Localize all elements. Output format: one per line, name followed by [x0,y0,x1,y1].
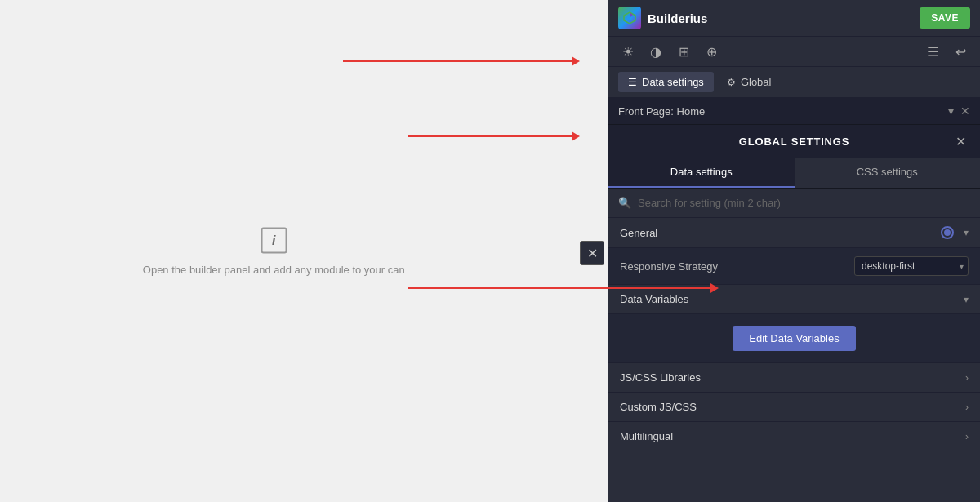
edit-data-variables-button[interactable]: Edit Data Variables [733,326,855,351]
canvas-text: Open the builder panel and add any modul… [143,263,405,275]
general-radio-inner [944,229,951,236]
panel-close-button[interactable]: ✕ [952,133,969,149]
toolbar-left: ☀ ◑ ⊞ ⊕ [618,42,721,61]
settings-tabs: Data settings CSS settings [608,158,980,189]
global-tab-icon: ⚙ [727,77,736,88]
page-selector-text: Front Page: Home [618,105,705,118]
page-selector-icons: ▾ ✕ [948,104,970,118]
nav-tabs: ☰ Data settings ⚙ Global [608,67,980,98]
responsive-strategy-select[interactable]: desktop-first [854,256,969,276]
brightness-icon[interactable]: ☀ [618,42,638,61]
info-icon: i [261,227,287,253]
dropdown-icon[interactable]: ▾ [948,104,954,118]
layout-icon[interactable]: ⊞ [674,42,693,61]
close-page-icon[interactable]: ✕ [960,104,970,118]
responsive-strategy-label: Responsive Strategy [620,260,718,273]
popup-close-button[interactable]: ✕ [580,241,604,265]
multilingual-title: Multilingual [620,430,673,442]
tab-css-settings[interactable]: CSS settings [795,158,981,188]
data-variables-content: Edit Data Variables [608,314,980,362]
tab-data-settings[interactable]: Data settings [608,158,795,188]
tab-global[interactable]: ⚙ Global [717,72,782,92]
responsive-strategy-dropdown-wrap: desktop-first ▾ [854,256,969,276]
brand-icon [618,7,641,29]
custom-js-css-section-header[interactable]: Custom JS/CSS › [608,393,980,422]
brand-name: Builderius [648,11,707,25]
canvas-area: i Open the builder panel and add any mod… [0,0,608,502]
general-chevron-icon: ▾ [964,227,969,238]
panel-header: GLOBAL SETTINGS ✕ [608,125,980,158]
general-section: General ▾ Responsive Strategy desktop-fi… [608,218,980,285]
general-section-header[interactable]: General ▾ [608,218,980,248]
page-selector[interactable]: Front Page: Home ▾ ✕ [608,98,980,125]
global-tab-label: Global [741,76,772,88]
save-button[interactable]: SAVE [920,7,970,29]
general-header-right: ▾ [941,226,969,239]
js-css-libraries-section-header[interactable]: JS/CSS Libraries › [608,363,980,393]
brand-area: Builderius [618,7,707,29]
toolbar-right: ☰ ↩ [923,42,970,61]
custom-js-css-chevron-icon: › [965,402,969,413]
right-panel: Builderius SAVE ☀ ◑ ⊞ ⊕ ☰ ↩ ☰ Data setti… [608,0,980,502]
undo-icon[interactable]: ↩ [951,42,970,61]
search-input[interactable] [638,197,970,209]
css-settings-label: CSS settings [857,166,918,178]
data-variables-chevron-icon: ▾ [964,294,969,305]
js-css-libraries-title: JS/CSS Libraries [620,371,701,384]
js-css-libraries-chevron-icon: › [965,372,969,384]
template-tab-label: Data settings [642,76,704,88]
contrast-icon[interactable]: ◑ [646,42,666,61]
search-bar: 🔍 [608,189,980,218]
general-radio[interactable] [941,226,954,239]
panel-title: GLOBAL SETTINGS [636,135,952,148]
data-variables-title: Data Variables [620,293,688,305]
nav-tabs-left: ☰ Data settings ⚙ Global [618,72,781,92]
template-tab-icon: ☰ [628,77,637,88]
wordpress-icon[interactable]: ⊕ [702,42,721,61]
custom-js-css-title: Custom JS/CSS [620,401,697,413]
layers-icon[interactable]: ☰ [923,42,942,61]
responsive-strategy-row: Responsive Strategy desktop-first ▾ [608,248,980,285]
data-variables-section: Data Variables ▾ Edit Data Variables [608,285,980,363]
multilingual-section-header[interactable]: Multilingual › [608,422,980,451]
data-settings-label: Data settings [670,166,733,178]
top-bar: Builderius SAVE [608,0,980,37]
toolbar: ☀ ◑ ⊞ ⊕ ☰ ↩ [608,37,980,67]
general-title: General [620,227,657,239]
canvas-info-box: i Open the builder panel and add any mod… [143,227,405,275]
tab-template[interactable]: ☰ Data settings [618,72,714,92]
settings-content: General ▾ Responsive Strategy desktop-fi… [608,218,980,502]
multilingual-chevron-icon: › [965,431,969,442]
search-icon: 🔍 [618,197,631,209]
